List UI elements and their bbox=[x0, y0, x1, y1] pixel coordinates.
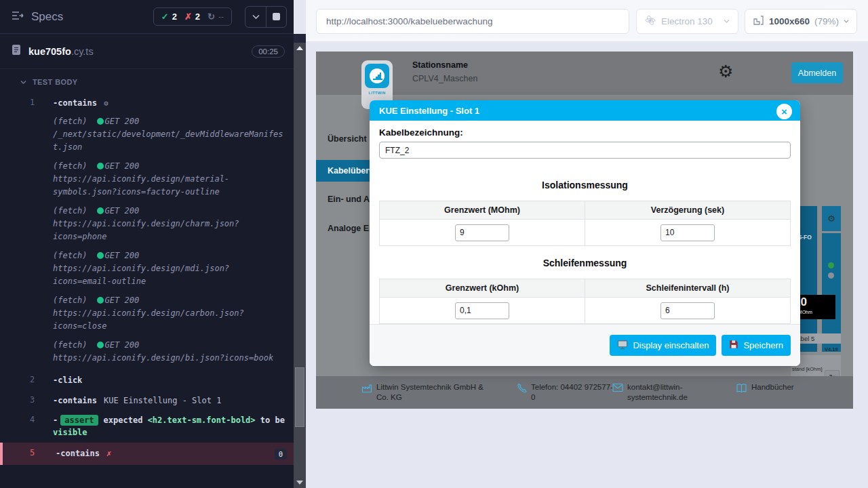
table-cell bbox=[585, 298, 791, 324]
grenzwert-mohm-input[interactable] bbox=[455, 224, 509, 241]
footer-company: Littwin Systemtechnik GmbH & Co. KG bbox=[361, 382, 497, 403]
fetch-prefix: (fetch) bbox=[53, 117, 87, 126]
scroll-up-icon[interactable] bbox=[296, 46, 303, 50]
spec-file-ext: .cy.ts bbox=[71, 46, 94, 57]
fetch-log-row[interactable]: (fetch)GET 200 /_next/static/development… bbox=[53, 115, 285, 154]
url-input[interactable]: http://localhost:3000/kabelueberwachung bbox=[316, 9, 629, 34]
company-text: Littwin Systemtechnik GmbH & Co. KG bbox=[376, 382, 497, 403]
gear-icon: ⚙ bbox=[104, 99, 108, 108]
fetch-log-row[interactable]: (fetch)GET 200 https://api.iconify.desig… bbox=[53, 160, 285, 199]
fail-x-icon: ✗ bbox=[106, 449, 111, 458]
command-name: -contains bbox=[56, 449, 100, 458]
close-icon[interactable]: × bbox=[776, 104, 792, 119]
fetch-prefix: (fetch) bbox=[53, 296, 87, 305]
assert-expected: expected bbox=[104, 415, 143, 425]
cypress-reporter: Specs ✓2 ✗2 ↻-- kue705fo.cy.ts 00:25 TES… bbox=[0, 0, 294, 488]
scroll-down-icon[interactable] bbox=[296, 481, 303, 485]
fetch-log-row[interactable]: (fetch)GET 200 https://api.iconify.desig… bbox=[53, 339, 285, 365]
browser-name: Electron 130 bbox=[661, 16, 713, 26]
grenzwert-kohm-input[interactable] bbox=[455, 302, 509, 319]
screen: Specs ✓2 ✗2 ↻-- kue705fo.cy.ts 00:25 TES… bbox=[0, 0, 868, 488]
table-cell bbox=[380, 220, 585, 246]
assert-row[interactable]: 4 -assertexpected <h2.text-sm.font-bold>… bbox=[0, 411, 294, 443]
footer-manuals[interactable]: Handbücher bbox=[736, 382, 794, 396]
device-gear-icon[interactable]: ⚙ bbox=[822, 206, 841, 233]
book-icon bbox=[736, 383, 747, 396]
nav-item-analoge-eingaenge[interactable]: Analoge Ei bbox=[328, 224, 372, 233]
column-header: Grenzwert (kOhm) bbox=[380, 279, 585, 298]
save-button-label: Speichern bbox=[743, 340, 783, 350]
monitor-icon bbox=[617, 340, 628, 352]
stop-icon bbox=[273, 13, 280, 20]
viewport-size-select[interactable]: 1000x660 (79%) bbox=[745, 9, 857, 34]
schleifenintervall-input[interactable] bbox=[660, 302, 715, 319]
fetch-url: https://api.iconify.design/carbon.json?i… bbox=[53, 307, 285, 333]
ruler-icon bbox=[753, 15, 764, 28]
footer-phone: Telefon: 04402 972577-0 bbox=[517, 382, 614, 403]
browser-select[interactable]: Electron 130 bbox=[636, 9, 738, 34]
nav-item-uebersicht[interactable]: Übersicht bbox=[328, 134, 367, 144]
station-label: Stationsname bbox=[412, 60, 468, 70]
refresh-icon: ↻ bbox=[208, 12, 215, 22]
status-dot-icon bbox=[97, 118, 104, 125]
phone-icon bbox=[517, 383, 527, 403]
passed-stat: ✓2 bbox=[161, 12, 177, 22]
fetch-status: GET 200 bbox=[105, 296, 140, 305]
verzoegerung-sek-input[interactable] bbox=[660, 224, 715, 241]
specs-menu-icon[interactable] bbox=[11, 10, 24, 24]
fetch-status: GET 200 bbox=[105, 161, 140, 171]
dialog-header[interactable]: KUE Einstellung - Slot 1 × bbox=[370, 100, 800, 121]
stop-button[interactable] bbox=[266, 7, 286, 27]
status-dot-icon bbox=[97, 252, 104, 259]
scrollbar-thumb[interactable] bbox=[295, 367, 304, 427]
firmware-version: V4.19 bbox=[825, 346, 838, 352]
footer-email[interactable]: kontakt@littwin-systemtechnik.de bbox=[612, 382, 703, 403]
fetch-prefix: (fetch) bbox=[53, 340, 87, 350]
status-dot-icon bbox=[97, 207, 104, 214]
fetch-log-row[interactable]: (fetch)GET 200 https://api.iconify.desig… bbox=[53, 205, 285, 243]
status-dot-icon bbox=[97, 342, 104, 348]
browser-toolbar: http://localhost:3000/kabelueberwachung … bbox=[306, 0, 868, 42]
phone-text: Telefon: 04402 972577-0 bbox=[531, 382, 614, 403]
fetch-status: GET 200 bbox=[105, 206, 140, 216]
command-row[interactable]: 3 -containsKUE Einstellung - Slot 1 bbox=[0, 391, 294, 411]
kabelbezeichnung-input[interactable] bbox=[379, 142, 791, 159]
display-einschalten-button[interactable]: Display einschalten bbox=[610, 335, 716, 356]
schleifenmessung-table: Grenzwert (kOhm) Schleifenintervall (h) bbox=[379, 279, 791, 324]
command-row[interactable]: 1 -contains⚙ bbox=[0, 94, 294, 113]
command-row[interactable]: 2 -click bbox=[0, 371, 294, 390]
specs-label[interactable]: Specs bbox=[31, 10, 63, 24]
test-body-section[interactable]: TEST BODY bbox=[0, 69, 294, 92]
email-text: kontakt@littwin-systemtechnik.de bbox=[627, 382, 703, 403]
fetch-log-row[interactable]: (fetch)GET 200 https://api.iconify.desig… bbox=[53, 294, 285, 333]
nav-item-ein-ausgaenge[interactable]: Ein- und Au bbox=[328, 195, 375, 204]
fetch-prefix: (fetch) bbox=[53, 251, 87, 260]
command-number: 3 bbox=[0, 395, 53, 405]
spec-file-row[interactable]: kue705fo.cy.ts 00:25 bbox=[0, 34, 294, 69]
command-name: -click bbox=[53, 375, 287, 386]
command-number: 2 bbox=[0, 375, 53, 384]
test-stats: ✓2 ✗2 ↻-- bbox=[153, 7, 232, 26]
command-number: 1 bbox=[0, 98, 53, 107]
failed-count: 2 bbox=[195, 12, 200, 22]
fetch-log-row[interactable]: (fetch)GET 200 https://api.iconify.desig… bbox=[53, 249, 285, 288]
assert-badge: assert bbox=[60, 415, 98, 426]
floppy-disk-icon bbox=[729, 340, 738, 351]
collapse-button[interactable] bbox=[245, 7, 266, 27]
station-value: CPLV4_Maschen bbox=[412, 74, 477, 83]
viewport-size: 1000x660 bbox=[769, 16, 810, 26]
settings-gear-icon[interactable]: ⚙ bbox=[718, 62, 733, 81]
logout-button[interactable]: Abmelden bbox=[791, 62, 843, 83]
speichern-button[interactable]: Speichern bbox=[722, 335, 791, 356]
fetch-url: /_next/static/development/_devMiddleware… bbox=[53, 128, 285, 154]
passed-count: 2 bbox=[172, 12, 177, 22]
failed-command-row[interactable]: 5 -contains✗ 0 bbox=[0, 443, 294, 465]
schleifenmessung-title: Schleifenmessung bbox=[379, 258, 791, 268]
fetch-url: https://api.iconify.design/mdi.json?icon… bbox=[53, 262, 285, 288]
reporter-scrollbar[interactable] bbox=[294, 43, 306, 488]
status-dot-icon bbox=[97, 163, 104, 169]
dialog-body: Kabelbezeichnung: Isolationsmessung Gren… bbox=[370, 121, 800, 324]
fetch-status: GET 200 bbox=[105, 117, 140, 126]
manuals-text: Handbücher bbox=[751, 382, 794, 396]
dialog-title: KUE Einstellung - Slot 1 bbox=[379, 106, 479, 116]
